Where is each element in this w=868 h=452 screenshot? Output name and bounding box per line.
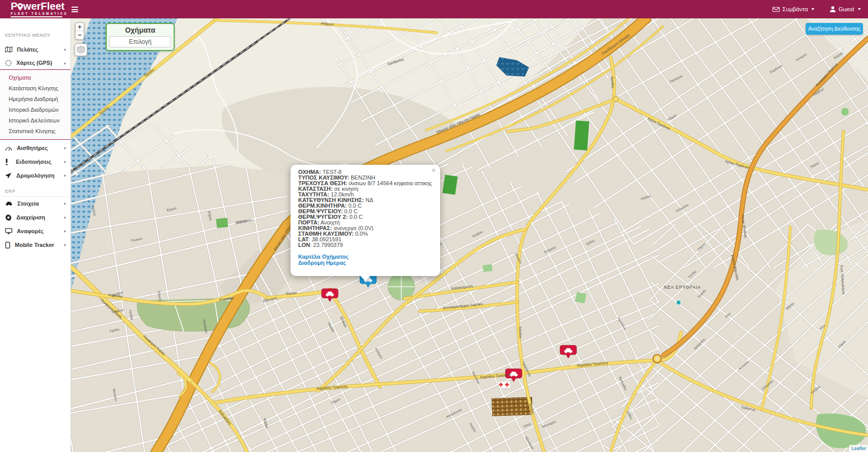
top-navigation-bar: PwerFleet FLEET TELEMATICS Συμβάντα Gues… <box>0 0 868 18</box>
events-dropdown[interactable]: Συμβάντα <box>773 6 814 12</box>
menu-reports[interactable]: Αναφορές▾ <box>0 224 70 238</box>
vehicles-panel: Οχήματα Επιλογή <box>106 23 175 51</box>
powerfleet-app: PwerFleet FLEET TELEMATICS Συμβάντα Gues… <box>0 0 868 452</box>
top-right-nav: Συμβάντα Guest <box>773 0 861 18</box>
zoom-in[interactable]: + <box>76 23 84 31</box>
map-attribution: Leaflet <box>849 445 868 452</box>
vehicle-details: ΟΧΗΜΑ: TEST-8 ΤΥΠΟΣ ΚΑΥΣΙΜΟΥ: BENZINH ΤΡ… <box>291 165 440 266</box>
vehicle-select-button[interactable]: Επιλογή <box>109 36 171 47</box>
menu-routing[interactable]: Δρομολόγηση▾ <box>0 169 70 182</box>
menu-data[interactable]: Στοιχεία▾ <box>0 197 70 210</box>
zoom-control: +− <box>75 22 84 40</box>
maps-submenu: Οχήματα Κατάσταση Κίνησης Ημερήσια Διαδρ… <box>0 69 70 140</box>
menu-toggle[interactable] <box>71 7 78 12</box>
submenu-route-history[interactable]: Ιστορικό Διαδρομών <box>0 105 70 115</box>
submenu-vehicles[interactable]: Οχήματα <box>0 72 70 83</box>
submenu-traffic-stats[interactable]: Στατιστικά Κίνησης <box>0 126 70 137</box>
zoom-out[interactable]: − <box>76 31 84 39</box>
user-dropdown[interactable]: Guest <box>830 6 861 12</box>
vehicle-info-popup: × ΟΧΗΜΑ: TEST-8 ΤΥΠΟΣ ΚΑΥΣΙΜΟΥ: BENZINH … <box>291 165 440 276</box>
brand-logo: PwerFleet FLEET TELEMATICS <box>11 2 65 17</box>
submenu-daily-route[interactable]: Ημερήσια Διαδρομή <box>0 94 70 105</box>
map-canvas: Αχιλλέως Αρτέμιδος Ερμού Δαφνών Ύδρας Σά… <box>71 18 868 452</box>
layers-control[interactable] <box>75 43 87 56</box>
erp-caption: ERP <box>0 182 70 194</box>
link-day-route[interactable]: Διαδρομη Ημερας <box>298 260 435 266</box>
link-vehicle-card[interactable]: Καρτέλα Οχήματος <box>298 254 435 260</box>
menu-customers[interactable]: Πελάτες▾ <box>0 43 70 56</box>
popup-close[interactable]: × <box>431 167 436 174</box>
menu-mobile-tracker[interactable]: Mobile Tracker▾ <box>0 238 70 252</box>
menu-caption: ΚΕΝΤΡΙΚΟ ΜΕΝΟΥ <box>0 18 70 38</box>
submenu-traffic-status[interactable]: Κατάσταση Κίνησης <box>0 83 70 94</box>
menu-sensors[interactable]: Αισθητήρες▾ <box>0 141 70 155</box>
svg-text:ΝΕΑ ΕΡΥΘΡΑΙΑ: ΝΕΑ ΕΡΥΘΡΑΙΑ <box>664 285 701 290</box>
menu-admin[interactable]: Διαχείριση▾ <box>0 211 70 224</box>
map-container: Αχιλλέως Αρτέμιδος Ερμού Δαφνών Ύδρας Σά… <box>71 18 868 452</box>
main-menu-sidebar: ΚΕΝΤΡΙΚΟ ΜΕΝΟΥ Πελάτες▾ Χάρτες (GPS)▴ Οχ… <box>0 18 71 452</box>
menu-alerts[interactable]: Ειδοποιήσεις▾ <box>0 155 70 168</box>
submenu-pass-history[interactable]: Ιστορικό Διελεύσεων <box>0 115 70 126</box>
address-search-button[interactable]: Αναζήτηση Διεύθυνσης <box>806 23 863 35</box>
menu-maps-gps[interactable]: Χάρτες (GPS)▴ <box>0 56 70 69</box>
